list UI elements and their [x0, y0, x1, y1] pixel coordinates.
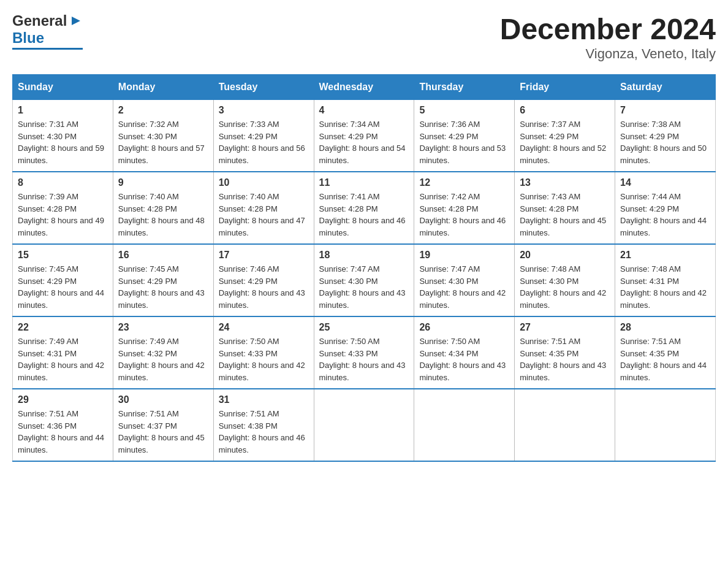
day-cell: [414, 389, 515, 461]
day-number: 8: [18, 177, 108, 188]
day-number: 20: [520, 250, 610, 261]
day-number: 16: [118, 250, 208, 261]
day-cell: 28 Sunrise: 7:51 AM Sunset: 4:35 PM Dayl…: [615, 316, 716, 389]
day-cell: 10 Sunrise: 7:40 AM Sunset: 4:28 PM Dayl…: [213, 172, 314, 244]
day-number: 7: [620, 105, 710, 116]
day-cell: 3 Sunrise: 7:33 AM Sunset: 4:29 PM Dayli…: [213, 99, 314, 172]
day-cell: 22 Sunrise: 7:49 AM Sunset: 4:31 PM Dayl…: [13, 316, 113, 389]
day-header-wednesday: Wednesday: [314, 75, 414, 99]
day-number: 10: [219, 177, 309, 188]
day-info: Sunrise: 7:50 AM Sunset: 4:33 PM Dayligh…: [219, 335, 309, 383]
day-number: 12: [419, 177, 509, 188]
day-info: Sunrise: 7:51 AM Sunset: 4:37 PM Dayligh…: [118, 408, 208, 456]
day-header-monday: Monday: [113, 75, 213, 99]
day-info: Sunrise: 7:34 AM Sunset: 4:29 PM Dayligh…: [319, 118, 409, 166]
day-cell: 9 Sunrise: 7:40 AM Sunset: 4:28 PM Dayli…: [113, 172, 213, 244]
day-cell: 4 Sunrise: 7:34 AM Sunset: 4:29 PM Dayli…: [314, 99, 414, 172]
day-header-sunday: Sunday: [13, 75, 113, 99]
day-info: Sunrise: 7:49 AM Sunset: 4:32 PM Dayligh…: [118, 335, 208, 383]
day-number: 21: [620, 250, 710, 261]
day-cell: 24 Sunrise: 7:50 AM Sunset: 4:33 PM Dayl…: [213, 316, 314, 389]
day-cell: 29 Sunrise: 7:51 AM Sunset: 4:36 PM Dayl…: [13, 389, 113, 461]
day-number: 17: [219, 250, 309, 261]
day-number: 30: [118, 394, 208, 405]
day-cell: 5 Sunrise: 7:36 AM Sunset: 4:29 PM Dayli…: [414, 99, 515, 172]
day-info: Sunrise: 7:42 AM Sunset: 4:28 PM Dayligh…: [419, 191, 509, 239]
day-info: Sunrise: 7:48 AM Sunset: 4:30 PM Dayligh…: [520, 263, 610, 311]
day-cell: 17 Sunrise: 7:46 AM Sunset: 4:29 PM Dayl…: [213, 244, 314, 316]
day-cell: 2 Sunrise: 7:32 AM Sunset: 4:30 PM Dayli…: [113, 99, 213, 172]
day-cell: 13 Sunrise: 7:43 AM Sunset: 4:28 PM Dayl…: [515, 172, 615, 244]
day-cell: 27 Sunrise: 7:51 AM Sunset: 4:35 PM Dayl…: [515, 316, 615, 389]
day-cell: 26 Sunrise: 7:50 AM Sunset: 4:34 PM Dayl…: [414, 316, 515, 389]
day-info: Sunrise: 7:45 AM Sunset: 4:29 PM Dayligh…: [18, 263, 108, 311]
logo-general-text: General: [12, 12, 67, 29]
day-header-friday: Friday: [515, 75, 615, 99]
day-cell: 8 Sunrise: 7:39 AM Sunset: 4:28 PM Dayli…: [13, 172, 113, 244]
day-number: 27: [520, 322, 610, 333]
calendar-subtitle: Vigonza, Veneto, Italy: [500, 46, 716, 62]
day-number: 25: [319, 322, 409, 333]
day-header-tuesday: Tuesday: [213, 75, 314, 99]
day-info: Sunrise: 7:40 AM Sunset: 4:28 PM Dayligh…: [118, 191, 208, 239]
day-cell: 15 Sunrise: 7:45 AM Sunset: 4:29 PM Dayl…: [13, 244, 113, 316]
day-cell: 20 Sunrise: 7:48 AM Sunset: 4:30 PM Dayl…: [515, 244, 615, 316]
day-cell: 19 Sunrise: 7:47 AM Sunset: 4:30 PM Dayl…: [414, 244, 515, 316]
day-info: Sunrise: 7:51 AM Sunset: 4:36 PM Dayligh…: [18, 408, 108, 456]
day-cell: [615, 389, 716, 461]
day-info: Sunrise: 7:43 AM Sunset: 4:28 PM Dayligh…: [520, 191, 610, 239]
calendar-title: December 2024: [500, 12, 716, 46]
day-number: 18: [319, 250, 409, 261]
day-info: Sunrise: 7:38 AM Sunset: 4:29 PM Dayligh…: [620, 118, 710, 166]
logo-underline: [12, 48, 83, 50]
day-number: 2: [118, 105, 208, 116]
day-info: Sunrise: 7:47 AM Sunset: 4:30 PM Dayligh…: [319, 263, 409, 311]
day-number: 24: [219, 322, 309, 333]
day-cell: 12 Sunrise: 7:42 AM Sunset: 4:28 PM Dayl…: [414, 172, 515, 244]
day-number: 28: [620, 322, 710, 333]
day-cell: 21 Sunrise: 7:48 AM Sunset: 4:31 PM Dayl…: [615, 244, 716, 316]
day-number: 19: [419, 250, 509, 261]
calendar-table: SundayMondayTuesdayWednesdayThursdayFrid…: [12, 74, 716, 462]
day-info: Sunrise: 7:50 AM Sunset: 4:33 PM Dayligh…: [319, 335, 409, 383]
day-header-thursday: Thursday: [414, 75, 515, 99]
day-number: 15: [18, 250, 108, 261]
day-info: Sunrise: 7:46 AM Sunset: 4:29 PM Dayligh…: [219, 263, 309, 311]
day-number: 14: [620, 177, 710, 188]
day-cell: [314, 389, 414, 461]
day-cell: [515, 389, 615, 461]
day-number: 31: [219, 394, 309, 405]
week-row-3: 15 Sunrise: 7:45 AM Sunset: 4:29 PM Dayl…: [13, 244, 716, 316]
day-cell: 31 Sunrise: 7:51 AM Sunset: 4:38 PM Dayl…: [213, 389, 314, 461]
day-info: Sunrise: 7:51 AM Sunset: 4:35 PM Dayligh…: [620, 335, 710, 383]
day-cell: 25 Sunrise: 7:50 AM Sunset: 4:33 PM Dayl…: [314, 316, 414, 389]
day-info: Sunrise: 7:41 AM Sunset: 4:28 PM Dayligh…: [319, 191, 409, 239]
day-number: 5: [419, 105, 509, 116]
week-row-5: 29 Sunrise: 7:51 AM Sunset: 4:36 PM Dayl…: [13, 389, 716, 461]
day-info: Sunrise: 7:40 AM Sunset: 4:28 PM Dayligh…: [219, 191, 309, 239]
day-info: Sunrise: 7:49 AM Sunset: 4:31 PM Dayligh…: [18, 335, 108, 383]
day-number: 29: [18, 394, 108, 405]
logo: General Blue: [12, 12, 83, 50]
day-number: 6: [520, 105, 610, 116]
title-block: December 2024 Vigonza, Veneto, Italy: [500, 12, 716, 62]
week-row-2: 8 Sunrise: 7:39 AM Sunset: 4:28 PM Dayli…: [13, 172, 716, 244]
logo-blue-row: Blue: [12, 29, 83, 47]
day-cell: 7 Sunrise: 7:38 AM Sunset: 4:29 PM Dayli…: [615, 99, 716, 172]
header-row: SundayMondayTuesdayWednesdayThursdayFrid…: [13, 75, 716, 99]
week-row-1: 1 Sunrise: 7:31 AM Sunset: 4:30 PM Dayli…: [13, 99, 716, 172]
day-info: Sunrise: 7:39 AM Sunset: 4:28 PM Dayligh…: [18, 191, 108, 239]
day-info: Sunrise: 7:45 AM Sunset: 4:29 PM Dayligh…: [118, 263, 208, 311]
day-info: Sunrise: 7:33 AM Sunset: 4:29 PM Dayligh…: [219, 118, 309, 166]
day-info: Sunrise: 7:47 AM Sunset: 4:30 PM Dayligh…: [419, 263, 509, 311]
day-number: 9: [118, 177, 208, 188]
day-number: 13: [520, 177, 610, 188]
day-cell: 18 Sunrise: 7:47 AM Sunset: 4:30 PM Dayl…: [314, 244, 414, 316]
day-info: Sunrise: 7:51 AM Sunset: 4:35 PM Dayligh…: [520, 335, 610, 383]
day-info: Sunrise: 7:32 AM Sunset: 4:30 PM Dayligh…: [118, 118, 208, 166]
logo-icon: [69, 14, 83, 28]
day-info: Sunrise: 7:36 AM Sunset: 4:29 PM Dayligh…: [419, 118, 509, 166]
day-info: Sunrise: 7:44 AM Sunset: 4:29 PM Dayligh…: [620, 191, 710, 239]
day-info: Sunrise: 7:48 AM Sunset: 4:31 PM Dayligh…: [620, 263, 710, 311]
day-info: Sunrise: 7:51 AM Sunset: 4:38 PM Dayligh…: [219, 408, 309, 456]
